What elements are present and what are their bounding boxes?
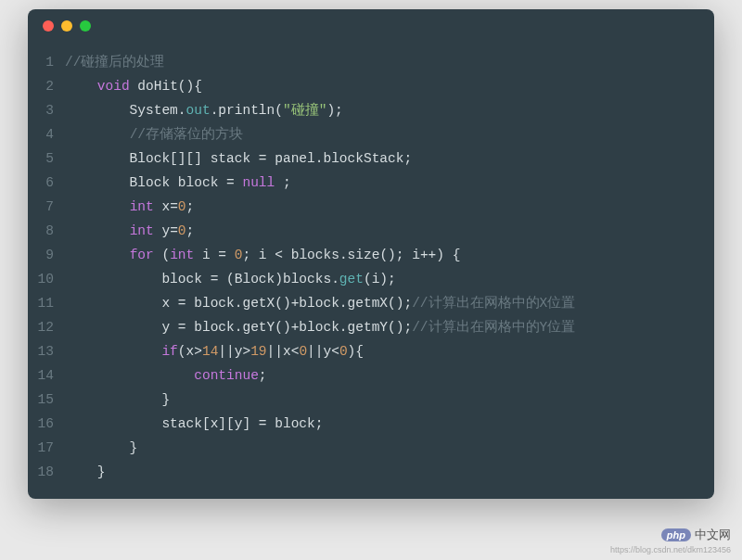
- token-ident: ){: [348, 344, 364, 359]
- watermark: php 中文网 https://blog.csdn.net/dkm123456: [610, 527, 731, 554]
- line-gutter: 123456789101112131415161718: [28, 50, 65, 484]
- token-ident: [65, 368, 194, 383]
- token-ident: [65, 199, 130, 214]
- token-ident: (: [154, 248, 170, 262]
- code-line[interactable]: if(x>14||y>19||x<0||y<0){: [65, 339, 714, 363]
- token-string: "碰撞": [283, 103, 326, 118]
- code-line[interactable]: void doHit(){: [65, 74, 714, 98]
- code-line[interactable]: int y=0;: [65, 219, 714, 243]
- code-editor[interactable]: 123456789101112131415161718 //碰撞后的处理 voi…: [28, 43, 714, 499]
- token-keyword: null: [242, 175, 275, 190]
- code-line[interactable]: block = (Block)blocks.get(i);: [65, 267, 714, 291]
- code-window: 123456789101112131415161718 //碰撞后的处理 voi…: [28, 9, 714, 499]
- token-ident: stack[x][y] = block;: [65, 416, 323, 431]
- token-method: get: [339, 272, 364, 286]
- line-number: 9: [28, 243, 54, 267]
- watermark-url: https://blog.csdn.net/dkm123456: [610, 545, 731, 554]
- token-ident: [65, 79, 97, 94]
- token-ident: Block[][] stack = panel.blockStack;: [65, 151, 412, 166]
- line-number: 17: [28, 436, 54, 460]
- line-number: 8: [28, 219, 54, 243]
- token-ident: ||x<: [267, 344, 300, 359]
- token-ident: ||y<: [307, 344, 339, 359]
- line-number: 12: [28, 315, 54, 339]
- code-line[interactable]: }: [65, 436, 714, 460]
- token-keyword: continue: [194, 368, 259, 383]
- line-number: 1: [28, 50, 54, 74]
- close-icon[interactable]: [43, 20, 54, 32]
- code-line[interactable]: Block block = null ;: [65, 171, 714, 195]
- token-number: 0: [299, 344, 307, 359]
- token-ident: }: [65, 440, 137, 455]
- token-ident: Block block =: [65, 175, 242, 190]
- token-ident: ;: [186, 199, 195, 214]
- token-keyword: int: [170, 248, 194, 262]
- code-line[interactable]: stack[x][y] = block;: [65, 412, 714, 436]
- php-badge: php: [661, 528, 691, 541]
- token-comment: //计算出在网格中的Y位置: [412, 320, 575, 335]
- token-ident: ||y>: [218, 344, 250, 359]
- token-ident: }: [65, 465, 106, 479]
- token-ident: ;: [186, 223, 195, 238]
- code-content[interactable]: //碰撞后的处理 void doHit(){ System.out.printl…: [65, 50, 714, 484]
- token-ident: System.: [65, 103, 186, 118]
- token-ident: );: [326, 103, 342, 118]
- token-ident: .println(: [211, 103, 283, 118]
- code-line[interactable]: }: [65, 388, 714, 412]
- line-number: 16: [28, 412, 54, 436]
- token-ident: ;: [259, 368, 267, 383]
- token-ident: [65, 223, 130, 238]
- titlebar: [28, 9, 714, 43]
- line-number: 4: [28, 122, 54, 146]
- line-number: 7: [28, 195, 54, 219]
- line-number: 18: [28, 460, 54, 484]
- token-ident: i =: [194, 248, 235, 262]
- token-ident: (x>: [178, 344, 202, 359]
- token-keyword: int: [130, 223, 154, 238]
- token-ident: block = (Block)blocks.: [65, 272, 339, 286]
- line-number: 15: [28, 388, 54, 412]
- line-number: 2: [28, 74, 54, 98]
- code-line[interactable]: System.out.println("碰撞");: [65, 98, 714, 122]
- token-keyword: void: [97, 79, 130, 94]
- watermark-text: 中文网: [695, 527, 731, 543]
- token-keyword: if: [161, 344, 177, 359]
- token-ident: doHit(){: [130, 79, 202, 94]
- token-comment: //存储落位的方块: [130, 127, 243, 142]
- token-ident: [65, 127, 130, 142]
- token-ident: ; i < blocks.size(); i++) {: [242, 248, 460, 262]
- token-ident: y=: [154, 223, 178, 238]
- line-number: 3: [28, 98, 54, 122]
- code-line[interactable]: }: [65, 460, 714, 484]
- line-number: 13: [28, 339, 54, 363]
- code-line[interactable]: int x=0;: [65, 195, 714, 219]
- token-comment: //计算出在网格中的X位置: [412, 296, 575, 311]
- token-ident: }: [65, 392, 170, 407]
- token-ident: [65, 248, 130, 262]
- line-number: 6: [28, 171, 54, 195]
- token-ident: ;: [275, 175, 290, 190]
- code-line[interactable]: //碰撞后的处理: [65, 50, 714, 74]
- token-ident: x=: [154, 199, 178, 214]
- code-line[interactable]: //存储落位的方块: [65, 122, 714, 146]
- watermark-logo: php 中文网: [610, 527, 731, 543]
- token-number: 14: [202, 344, 218, 359]
- code-line[interactable]: for (int i = 0; i < blocks.size(); i++) …: [65, 243, 714, 267]
- token-keyword: int: [130, 199, 154, 214]
- code-line[interactable]: continue;: [65, 363, 714, 388]
- code-line[interactable]: Block[][] stack = panel.blockStack;: [65, 146, 714, 171]
- token-number: 0: [178, 199, 186, 214]
- code-line[interactable]: y = block.getY()+block.getmY();//计算出在网格中…: [65, 315, 714, 339]
- token-ident: y = block.getY()+block.getmY();: [65, 320, 412, 335]
- minimize-icon[interactable]: [61, 20, 72, 32]
- token-method: out: [186, 103, 211, 118]
- token-comment: //碰撞后的处理: [65, 55, 164, 70]
- line-number: 5: [28, 146, 54, 171]
- code-line[interactable]: x = block.getX()+block.getmX();//计算出在网格中…: [65, 291, 714, 315]
- token-ident: x = block.getX()+block.getmX();: [65, 296, 412, 311]
- maximize-icon[interactable]: [80, 20, 91, 32]
- line-number: 10: [28, 267, 54, 291]
- token-number: 0: [339, 344, 348, 359]
- line-number: 14: [28, 363, 54, 388]
- token-ident: (i);: [364, 272, 396, 286]
